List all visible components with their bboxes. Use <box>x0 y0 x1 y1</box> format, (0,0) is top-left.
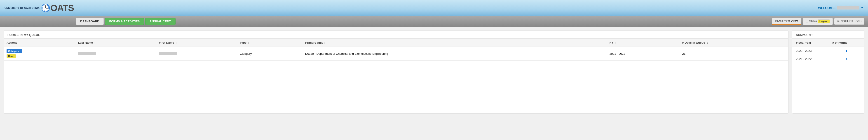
svg-point-4 <box>45 7 46 8</box>
forms-activities-button[interactable]: FORMS & ACTIVITIES <box>105 18 144 25</box>
app-header: UNIVERSITY OF CALIFORNIA OATS WELCOME, ▼ <box>0 0 868 16</box>
summary-row-1: 2022 - 2023 1 <box>792 47 864 55</box>
col-num-forms: # of Forms <box>829 39 864 47</box>
summary-count-link-2[interactable]: 4 <box>846 57 847 61</box>
oats-logo: OATS <box>41 3 74 12</box>
notifications-button[interactable]: ✉ NOTIFICATIONS <box>834 18 864 25</box>
summary-table-header: Fiscal Year # of Forms <box>792 39 864 47</box>
nav-left: DASHBOARD FORMS & ACTIVITIES ANNUAL CERT… <box>4 18 176 25</box>
clock-icon <box>41 4 50 12</box>
summary-table: Fiscal Year # of Forms 2022 - 2023 1 202… <box>792 38 864 63</box>
summary-fy-2: 2021 - 2022 <box>792 55 829 63</box>
col-first-name[interactable]: First Name ↕ <box>156 39 237 47</box>
queue-table: Actions Last Name ↕ First Name ↕ Type ↕ <box>4 38 788 61</box>
summary-table-body: 2022 - 2023 1 2021 - 2022 4 <box>792 47 864 63</box>
col-type[interactable]: Type ↕ <box>237 39 303 47</box>
last-name-value <box>78 52 96 55</box>
col-fiscal-year: Fiscal Year <box>792 39 829 47</box>
sort-icon-first-name: ↕ <box>176 41 177 44</box>
app-name-text: OATS <box>51 3 74 12</box>
col-days-in-queue[interactable]: # Days in Queue ⇕ <box>680 39 788 47</box>
summary-panel: SUMMARY: Fiscal Year # of Forms 2022 - 2… <box>792 30 864 114</box>
annual-cert-button[interactable]: ANNUAL CERT. <box>145 18 176 25</box>
table-row: Category I Dean Category I <box>4 47 788 61</box>
nav-right: FACULTY'S VIEW ⓘ Status Legend ✉ NOTIFIC… <box>772 18 864 25</box>
summary-row-2: 2021 - 2022 4 <box>792 55 864 63</box>
cell-first-name <box>156 47 237 61</box>
welcome-label: WELCOME, <box>818 6 835 10</box>
navbar: DASHBOARD FORMS & ACTIVITIES ANNUAL CERT… <box>0 16 868 27</box>
col-primary-unit[interactable]: Primary Unit ↕ <box>303 39 607 47</box>
col-last-name[interactable]: Last Name ↕ <box>75 39 156 47</box>
queue-panel: FORMS IN MY QUEUE Actions Last Name ↕ Fi… <box>4 30 788 114</box>
queue-table-body: Category I Dean Category I <box>4 47 788 61</box>
queue-table-header: Actions Last Name ↕ First Name ↕ Type ↕ <box>4 39 788 47</box>
sort-icon-type: ↕ <box>248 41 249 44</box>
legend-badge: Legend <box>818 20 830 23</box>
first-name-value <box>159 52 177 55</box>
welcome-name <box>837 6 860 9</box>
faculty-view-button[interactable]: FACULTY'S VIEW <box>772 18 801 25</box>
queue-title: FORMS IN MY QUEUE <box>4 31 788 38</box>
welcome-area: WELCOME, ▼ <box>818 6 864 10</box>
cell-primary-unit: D0130 - Department of Chemical and Biomo… <box>303 47 607 61</box>
sort-icon-fy: ↕ <box>615 41 616 44</box>
summary-count-1[interactable]: 1 <box>829 47 864 55</box>
category-badge[interactable]: Category I <box>6 49 22 53</box>
cell-actions: Category I Dean <box>4 47 75 61</box>
logo-area: UNIVERSITY OF CALIFORNIA OATS <box>4 3 74 12</box>
summary-title: SUMMARY: <box>792 31 864 38</box>
summary-fy-1: 2022 - 2023 <box>792 47 829 55</box>
dean-badge[interactable]: Dean <box>6 54 16 58</box>
cell-type: Category I <box>237 47 303 61</box>
envelope-icon: ✉ <box>837 20 840 23</box>
status-icon: ⓘ <box>806 20 808 23</box>
sort-icon-primary-unit: ↕ <box>324 41 325 44</box>
status-label: Status <box>809 20 817 23</box>
cell-fy: 2021 - 2022 <box>607 47 680 61</box>
summary-count-link-1[interactable]: 1 <box>846 49 847 53</box>
dropdown-arrow-icon[interactable]: ▼ <box>861 6 864 9</box>
cell-last-name <box>75 47 156 61</box>
notifications-label: NOTIFICATIONS <box>841 20 862 23</box>
sort-icon-last-name: ↕ <box>94 41 96 44</box>
cell-days-in-queue: 21 <box>680 47 788 61</box>
col-fy[interactable]: FY ↕ <box>607 39 680 47</box>
sort-icon-days: ⇕ <box>707 41 708 44</box>
dashboard-button[interactable]: DASHBOARD <box>76 18 104 25</box>
status-legend-button[interactable]: ⓘ Status Legend <box>803 18 833 25</box>
col-actions: Actions <box>4 39 75 47</box>
main-content: FORMS IN MY QUEUE Actions Last Name ↕ Fi… <box>0 27 868 117</box>
uc-text: UNIVERSITY OF CALIFORNIA <box>4 6 39 9</box>
summary-count-2[interactable]: 4 <box>829 55 864 63</box>
